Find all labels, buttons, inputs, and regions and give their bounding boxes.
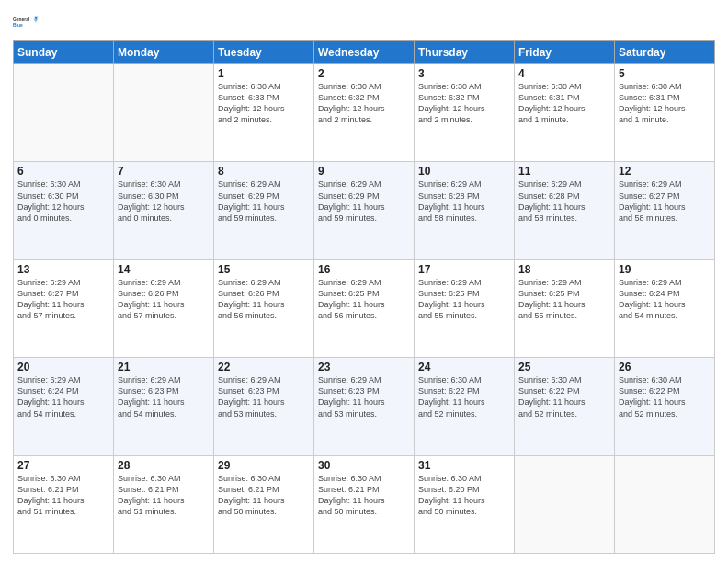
calendar-cell: 25Sunrise: 6:30 AM Sunset: 6:22 PM Dayli…: [515, 358, 615, 455]
day-info: Sunrise: 6:29 AM Sunset: 6:27 PM Dayligh…: [17, 277, 109, 322]
calendar-cell: 8Sunrise: 6:29 AM Sunset: 6:29 PM Daylig…: [214, 162, 314, 259]
day-number: 16: [318, 263, 410, 276]
calendar-cell: 11Sunrise: 6:29 AM Sunset: 6:28 PM Dayli…: [515, 162, 615, 259]
day-number: 9: [318, 165, 410, 178]
calendar-cell: 20Sunrise: 6:29 AM Sunset: 6:24 PM Dayli…: [14, 358, 114, 455]
calendar-cell: 17Sunrise: 6:29 AM Sunset: 6:25 PM Dayli…: [415, 259, 515, 357]
calendar-day-header: Wednesday: [314, 41, 415, 64]
calendar-week-row: 20Sunrise: 6:29 AM Sunset: 6:24 PM Dayli…: [14, 358, 715, 455]
svg-text:General: General: [13, 17, 30, 22]
day-number: 13: [17, 263, 109, 276]
calendar-cell: 4Sunrise: 6:30 AM Sunset: 6:31 PM Daylig…: [515, 64, 615, 162]
day-info: Sunrise: 6:30 AM Sunset: 6:31 PM Dayligh…: [619, 81, 711, 126]
day-info: Sunrise: 6:29 AM Sunset: 6:23 PM Dayligh…: [118, 374, 210, 419]
calendar-day-header: Monday: [114, 41, 214, 64]
calendar-week-row: 1Sunrise: 6:30 AM Sunset: 6:33 PM Daylig…: [14, 64, 715, 162]
calendar-cell: 6Sunrise: 6:30 AM Sunset: 6:30 PM Daylig…: [14, 162, 114, 259]
calendar-week-row: 13Sunrise: 6:29 AM Sunset: 6:27 PM Dayli…: [14, 259, 715, 357]
calendar-week-row: 27Sunrise: 6:30 AM Sunset: 6:21 PM Dayli…: [14, 455, 715, 553]
day-number: 1: [218, 67, 310, 80]
day-info: Sunrise: 6:30 AM Sunset: 6:33 PM Dayligh…: [218, 81, 310, 126]
day-info: Sunrise: 6:30 AM Sunset: 6:31 PM Dayligh…: [518, 81, 610, 126]
day-number: 26: [619, 361, 711, 373]
page-header: General Blue: [13, 9, 715, 35]
calendar-cell: 28Sunrise: 6:30 AM Sunset: 6:21 PM Dayli…: [114, 455, 214, 553]
day-info: Sunrise: 6:29 AM Sunset: 6:25 PM Dayligh…: [318, 277, 410, 322]
day-number: 5: [619, 67, 711, 80]
day-info: Sunrise: 6:30 AM Sunset: 6:21 PM Dayligh…: [17, 473, 109, 518]
calendar-cell: 12Sunrise: 6:29 AM Sunset: 6:27 PM Dayli…: [615, 162, 715, 259]
day-info: Sunrise: 6:29 AM Sunset: 6:26 PM Dayligh…: [218, 277, 310, 322]
calendar-cell: 23Sunrise: 6:29 AM Sunset: 6:23 PM Dayli…: [314, 358, 415, 455]
calendar-cell: 2Sunrise: 6:30 AM Sunset: 6:32 PM Daylig…: [314, 64, 415, 162]
day-number: 29: [218, 459, 310, 472]
day-number: 17: [418, 263, 510, 276]
calendar-cell: 1Sunrise: 6:30 AM Sunset: 6:33 PM Daylig…: [214, 64, 314, 162]
day-number: 21: [118, 361, 210, 373]
day-number: 14: [118, 263, 210, 276]
calendar-cell: 9Sunrise: 6:29 AM Sunset: 6:29 PM Daylig…: [314, 162, 415, 259]
calendar-cell: 5Sunrise: 6:30 AM Sunset: 6:31 PM Daylig…: [615, 64, 715, 162]
day-info: Sunrise: 6:30 AM Sunset: 6:20 PM Dayligh…: [418, 473, 510, 518]
day-number: 19: [619, 263, 711, 276]
calendar-cell: 26Sunrise: 6:30 AM Sunset: 6:22 PM Dayli…: [615, 358, 715, 455]
day-info: Sunrise: 6:29 AM Sunset: 6:27 PM Dayligh…: [619, 178, 711, 224]
calendar-cell: 31Sunrise: 6:30 AM Sunset: 6:20 PM Dayli…: [415, 455, 515, 553]
calendar-cell: 29Sunrise: 6:30 AM Sunset: 6:21 PM Dayli…: [214, 455, 314, 553]
day-info: Sunrise: 6:29 AM Sunset: 6:29 PM Dayligh…: [218, 178, 310, 224]
day-info: Sunrise: 6:30 AM Sunset: 6:22 PM Dayligh…: [619, 374, 711, 419]
day-info: Sunrise: 6:29 AM Sunset: 6:28 PM Dayligh…: [418, 178, 510, 224]
day-number: 2: [318, 67, 410, 80]
calendar-cell: 24Sunrise: 6:30 AM Sunset: 6:22 PM Dayli…: [415, 358, 515, 455]
calendar-cell: 18Sunrise: 6:29 AM Sunset: 6:25 PM Dayli…: [515, 259, 615, 357]
calendar-day-header: Sunday: [14, 41, 114, 64]
svg-marker-3: [33, 19, 38, 23]
day-number: 4: [518, 67, 610, 80]
day-number: 7: [118, 165, 210, 178]
day-info: Sunrise: 6:30 AM Sunset: 6:32 PM Dayligh…: [318, 81, 410, 126]
calendar-header-row: SundayMondayTuesdayWednesdayThursdayFrid…: [14, 41, 715, 64]
day-number: 11: [518, 165, 610, 178]
calendar-cell: 19Sunrise: 6:29 AM Sunset: 6:24 PM Dayli…: [615, 259, 715, 357]
calendar-cell: [114, 64, 214, 162]
calendar-cell: 30Sunrise: 6:30 AM Sunset: 6:21 PM Dayli…: [314, 455, 415, 553]
calendar-week-row: 6Sunrise: 6:30 AM Sunset: 6:30 PM Daylig…: [14, 162, 715, 259]
day-info: Sunrise: 6:30 AM Sunset: 6:30 PM Dayligh…: [118, 178, 210, 224]
day-number: 15: [218, 263, 310, 276]
day-info: Sunrise: 6:29 AM Sunset: 6:26 PM Dayligh…: [118, 277, 210, 322]
calendar-cell: [615, 455, 715, 553]
calendar-table: SundayMondayTuesdayWednesdayThursdayFrid…: [13, 40, 715, 554]
calendar-cell: 16Sunrise: 6:29 AM Sunset: 6:25 PM Dayli…: [314, 259, 415, 357]
day-info: Sunrise: 6:29 AM Sunset: 6:24 PM Dayligh…: [17, 374, 109, 419]
calendar-day-header: Friday: [515, 41, 615, 64]
day-number: 30: [318, 459, 410, 472]
day-number: 28: [118, 459, 210, 472]
day-info: Sunrise: 6:29 AM Sunset: 6:25 PM Dayligh…: [418, 277, 510, 322]
day-number: 10: [418, 165, 510, 178]
day-number: 3: [418, 67, 510, 80]
calendar-cell: 10Sunrise: 6:29 AM Sunset: 6:28 PM Dayli…: [415, 162, 515, 259]
day-info: Sunrise: 6:30 AM Sunset: 6:22 PM Dayligh…: [418, 374, 510, 419]
day-info: Sunrise: 6:30 AM Sunset: 6:21 PM Dayligh…: [318, 473, 410, 518]
calendar-day-header: Thursday: [415, 41, 515, 64]
calendar-day-header: Saturday: [615, 41, 715, 64]
calendar-cell: 14Sunrise: 6:29 AM Sunset: 6:26 PM Dayli…: [114, 259, 214, 357]
day-info: Sunrise: 6:30 AM Sunset: 6:21 PM Dayligh…: [118, 473, 210, 518]
day-number: 8: [218, 165, 310, 178]
day-info: Sunrise: 6:29 AM Sunset: 6:29 PM Dayligh…: [318, 178, 410, 224]
day-number: 23: [318, 361, 410, 373]
day-number: 18: [518, 263, 610, 276]
day-number: 20: [17, 361, 109, 373]
svg-text:Blue: Blue: [13, 23, 23, 28]
logo: General Blue: [13, 9, 39, 35]
calendar-cell: 22Sunrise: 6:29 AM Sunset: 6:23 PM Dayli…: [214, 358, 314, 455]
day-number: 6: [17, 165, 109, 178]
day-info: Sunrise: 6:30 AM Sunset: 6:32 PM Dayligh…: [418, 81, 510, 126]
calendar-cell: 27Sunrise: 6:30 AM Sunset: 6:21 PM Dayli…: [14, 455, 114, 553]
calendar-cell: 7Sunrise: 6:30 AM Sunset: 6:30 PM Daylig…: [114, 162, 214, 259]
day-info: Sunrise: 6:30 AM Sunset: 6:22 PM Dayligh…: [518, 374, 610, 419]
calendar-day-header: Tuesday: [214, 41, 314, 64]
day-number: 27: [17, 459, 109, 472]
calendar-cell: 3Sunrise: 6:30 AM Sunset: 6:32 PM Daylig…: [415, 64, 515, 162]
day-info: Sunrise: 6:30 AM Sunset: 6:21 PM Dayligh…: [218, 473, 310, 518]
